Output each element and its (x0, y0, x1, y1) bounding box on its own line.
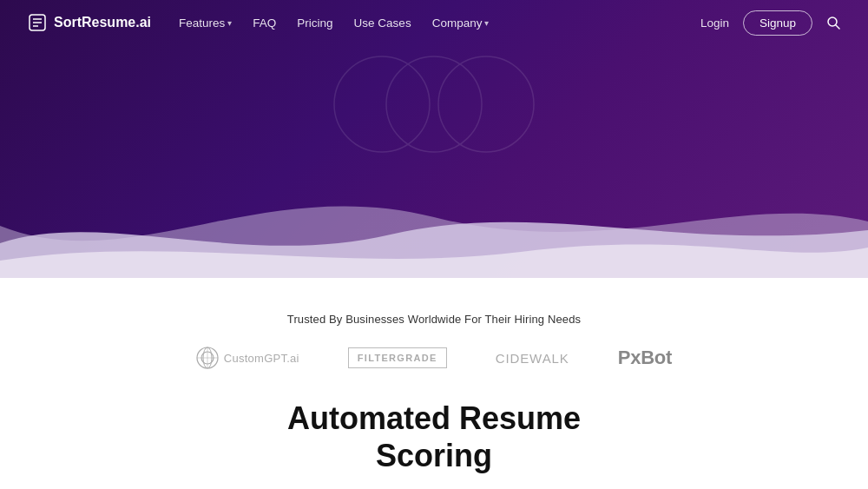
cidewalk-label: CIDEWALK (496, 351, 569, 366)
customgpt-label: CustomGPT.ai (224, 352, 299, 365)
svg-point-1 (386, 56, 482, 152)
brand-logos-row: CustomGPT.ai FILTERGRADE CIDEWALK PxBot (196, 347, 672, 369)
logo-link[interactable]: SortResume.ai (28, 13, 151, 32)
nav-item-usecases[interactable]: Use Cases (354, 17, 411, 30)
chevron-down-icon: ▾ (227, 18, 232, 28)
navbar: SortResume.ai Features ▾ FAQ Pricing (0, 0, 868, 45)
nav-link-pricing[interactable]: Pricing (297, 17, 332, 30)
nav-left: SortResume.ai Features ▾ FAQ Pricing (28, 13, 489, 32)
login-button[interactable]: Login (700, 17, 729, 30)
search-button[interactable] (826, 16, 840, 30)
nav-links: Features ▾ FAQ Pricing Use Cases (179, 17, 489, 30)
customgpt-icon (196, 347, 219, 369)
pxbot-label: PxBot (618, 347, 672, 369)
nav-link-company[interactable]: Company ▾ (432, 17, 490, 30)
nav-item-faq[interactable]: FAQ (253, 17, 276, 30)
trust-title: Trusted By Businesses Worldwide For Thei… (287, 313, 581, 326)
svg-point-0 (334, 56, 430, 152)
nav-item-pricing[interactable]: Pricing (297, 17, 332, 30)
logo-icon (28, 13, 47, 32)
nav-item-features[interactable]: Features ▾ (179, 17, 232, 30)
heading-section: Automated Resume Scoring (0, 400, 868, 474)
svg-line-8 (836, 25, 839, 29)
nav-item-company[interactable]: Company ▾ (432, 17, 490, 30)
nav-link-faq[interactable]: FAQ (253, 17, 276, 30)
chevron-down-icon-2: ▾ (484, 18, 489, 28)
main-heading: Automated Resume Scoring (287, 400, 581, 474)
waves (0, 174, 868, 278)
svg-point-2 (438, 56, 534, 152)
brand-logo-pxbot: PxBot (618, 347, 672, 369)
logo-text: SortResume.ai (54, 15, 151, 30)
nav-right: Login Signup (700, 10, 840, 36)
brand-logo-cidewalk: CIDEWALK (496, 351, 569, 366)
signup-button[interactable]: Signup (743, 10, 812, 36)
brand-logo-customgpt: CustomGPT.ai (196, 347, 299, 369)
search-icon (826, 16, 840, 30)
trust-section: Trusted By Businesses Worldwide For Thei… (0, 295, 868, 369)
filtergrade-label: FILTERGRADE (358, 353, 437, 363)
nav-link-usecases[interactable]: Use Cases (354, 17, 411, 30)
nav-link-features[interactable]: Features ▾ (179, 17, 232, 30)
brand-logo-filtergrade: FILTERGRADE (348, 347, 447, 368)
